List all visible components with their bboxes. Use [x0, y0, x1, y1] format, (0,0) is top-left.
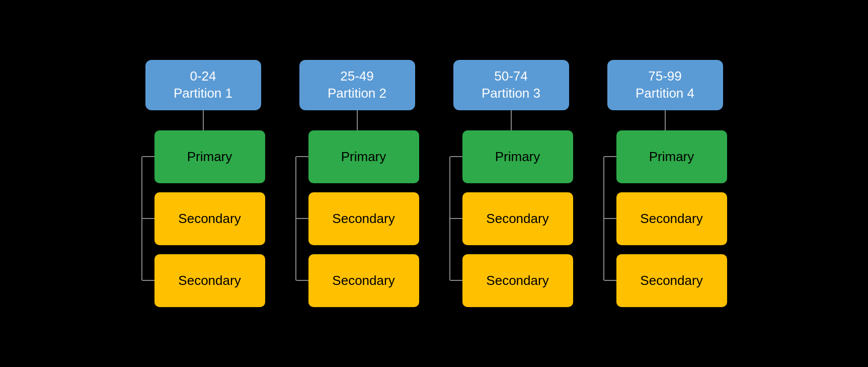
left-line-wrapper-2: PrimarySecondarySecondary — [295, 130, 419, 307]
vertical-connector-top-2 — [357, 110, 358, 130]
children-area-3: PrimarySecondarySecondary — [449, 130, 573, 307]
partition-range-4: 75-99 — [648, 68, 682, 84]
secondary-label-2-3: Secondary — [332, 273, 394, 288]
child-row-2-2: Secondary — [296, 192, 419, 245]
h-connector-2-3 — [296, 280, 308, 281]
secondary-box-3-3: Secondary — [462, 254, 573, 307]
secondary-box-1-3: Secondary — [154, 254, 265, 307]
h-connector-3-3 — [450, 280, 462, 281]
partition-box-1: 0-24Partition 1 — [145, 60, 261, 110]
partition-range-3: 50-74 — [494, 68, 528, 84]
partition-group-2: 25-49Partition 2PrimarySecondarySecondar… — [295, 60, 419, 307]
h-connector-4-2 — [604, 218, 616, 219]
partition-range-2: 25-49 — [340, 68, 374, 84]
partition-group-3: 50-74Partition 3PrimarySecondarySecondar… — [449, 60, 573, 307]
child-row-3-3: Secondary — [450, 254, 573, 307]
vline-col-4 — [603, 157, 604, 280]
left-line-wrapper-3: PrimarySecondarySecondary — [449, 130, 573, 307]
secondary-label-2-2: Secondary — [332, 211, 394, 227]
secondary-box-4-2: Secondary — [616, 192, 727, 245]
diagram: 0-24Partition 1PrimarySecondarySecondary… — [121, 50, 747, 317]
vline-col-1 — [141, 157, 142, 280]
child-row-2-1: Primary — [296, 130, 419, 183]
children-area-1: PrimarySecondarySecondary — [141, 130, 265, 307]
partition-label-1: Partition 1 — [174, 86, 232, 101]
h-connector-4-3 — [604, 280, 616, 281]
primary-label-1-1: Primary — [187, 149, 232, 165]
children-list-4: PrimarySecondarySecondary — [604, 130, 727, 307]
primary-label-3-1: Primary — [495, 149, 540, 165]
partition-label-3: Partition 3 — [482, 86, 540, 101]
child-row-1-3: Secondary — [142, 254, 265, 307]
primary-box-1-1: Primary — [154, 130, 265, 183]
h-connector-2-2 — [296, 218, 308, 219]
partition-box-3: 50-74Partition 3 — [453, 60, 569, 110]
child-row-4-1: Primary — [604, 130, 727, 183]
children-area-2: PrimarySecondarySecondary — [295, 130, 419, 307]
children-list-2: PrimarySecondarySecondary — [296, 130, 419, 307]
child-row-4-3: Secondary — [604, 254, 727, 307]
partition-group-1: 0-24Partition 1PrimarySecondarySecondary — [141, 60, 265, 307]
primary-box-3-1: Primary — [462, 130, 573, 183]
partition-label-4: Partition 4 — [636, 86, 694, 101]
partition-label-2: Partition 2 — [328, 86, 386, 101]
partition-group-4: 75-99Partition 4PrimarySecondarySecondar… — [603, 60, 727, 307]
child-row-3-2: Secondary — [450, 192, 573, 245]
primary-label-4-1: Primary — [649, 149, 694, 165]
h-connector-3-2 — [450, 218, 462, 219]
primary-label-2-1: Primary — [341, 149, 386, 165]
h-connector-1-1 — [142, 156, 154, 157]
child-row-4-2: Secondary — [604, 192, 727, 245]
partition-box-4: 75-99Partition 4 — [607, 60, 723, 110]
secondary-label-1-2: Secondary — [178, 211, 241, 227]
child-row-1-1: Primary — [142, 130, 265, 183]
children-area-4: PrimarySecondarySecondary — [603, 130, 727, 307]
vertical-connector-top-4 — [665, 110, 666, 130]
secondary-box-2-2: Secondary — [308, 192, 419, 245]
child-row-1-2: Secondary — [142, 192, 265, 245]
h-connector-1-2 — [142, 218, 154, 219]
secondary-label-3-2: Secondary — [486, 211, 548, 227]
secondary-box-2-3: Secondary — [308, 254, 419, 307]
primary-box-2-1: Primary — [308, 130, 419, 183]
secondary-label-3-3: Secondary — [486, 273, 548, 288]
h-connector-1-3 — [142, 280, 154, 281]
vline-col-3 — [449, 157, 450, 280]
vertical-connector-top-1 — [203, 110, 204, 130]
h-connector-3-1 — [450, 156, 462, 157]
secondary-box-4-3: Secondary — [616, 254, 727, 307]
left-line-wrapper-4: PrimarySecondarySecondary — [603, 130, 727, 307]
secondary-label-4-2: Secondary — [640, 211, 702, 227]
children-list-3: PrimarySecondarySecondary — [450, 130, 573, 307]
child-row-2-3: Secondary — [296, 254, 419, 307]
h-connector-4-1 — [604, 156, 616, 157]
vertical-connector-top-3 — [511, 110, 512, 130]
secondary-label-1-3: Secondary — [178, 273, 241, 288]
partition-box-2: 25-49Partition 2 — [299, 60, 415, 110]
primary-box-4-1: Primary — [616, 130, 727, 183]
vline-col-2 — [295, 157, 296, 280]
partition-range-1: 0-24 — [190, 68, 216, 84]
child-row-3-1: Primary — [450, 130, 573, 183]
secondary-box-3-2: Secondary — [462, 192, 573, 245]
secondary-label-4-3: Secondary — [640, 273, 702, 288]
left-line-wrapper-1: PrimarySecondarySecondary — [141, 130, 265, 307]
h-connector-2-1 — [296, 156, 308, 157]
secondary-box-1-2: Secondary — [154, 192, 265, 245]
children-list-1: PrimarySecondarySecondary — [142, 130, 265, 307]
